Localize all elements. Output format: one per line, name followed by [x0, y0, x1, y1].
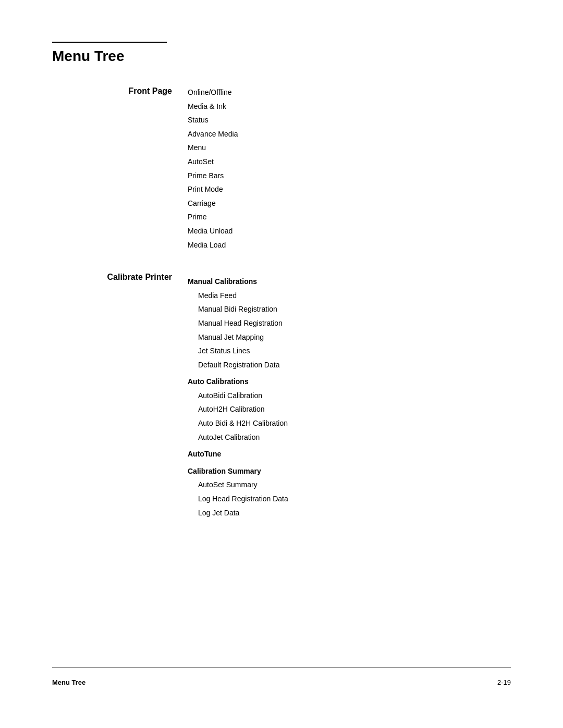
list-item: Status — [188, 113, 511, 127]
autotune-heading: AutoTune — [188, 447, 511, 461]
list-item: Jet Status Lines — [188, 344, 511, 358]
list-item: Manual Head Registration — [188, 316, 511, 330]
footer-left-text: Menu Tree — [52, 678, 85, 686]
manual-calibrations-heading: Manual Calibrations — [188, 275, 511, 289]
list-item: Default Registration Data — [188, 358, 511, 372]
list-item: Manual Jet Mapping — [188, 330, 511, 344]
page-container: Menu Tree Front Page Online/Offline Medi… — [0, 0, 563, 728]
list-item: Carriage — [188, 196, 511, 211]
front-page-section: Front Page Online/Offline Media & Ink St… — [52, 85, 511, 252]
list-item: Print Mode — [188, 182, 511, 196]
list-item: Menu — [188, 141, 511, 155]
front-page-items: Online/Offline Media & Ink Status Advanc… — [188, 85, 511, 252]
list-item: Media Load — [188, 238, 511, 252]
list-item: AutoSet Summary — [188, 478, 511, 492]
calibrate-printer-label: Calibrate Printer — [52, 272, 188, 520]
list-item: Media Unload — [188, 224, 511, 238]
list-item: Prime Bars — [188, 169, 511, 183]
list-item: Advance Media — [188, 127, 511, 141]
footer: Menu Tree 2-19 — [52, 668, 511, 686]
list-item: Auto Bidi & H2H Calibration — [188, 416, 511, 430]
list-item: AutoJet Calibration — [188, 430, 511, 445]
list-item: Media & Ink — [188, 100, 511, 114]
page-title: Menu Tree — [52, 48, 511, 65]
auto-calibrations-heading: Auto Calibrations — [188, 375, 511, 389]
list-item: Manual Bidi Registration — [188, 302, 511, 316]
calibrate-printer-section: Calibrate Printer Manual Calibrations Me… — [52, 272, 511, 520]
footer-right-text: 2-19 — [497, 678, 511, 686]
list-item: Prime — [188, 210, 511, 224]
calibrate-printer-items: Manual Calibrations Media Feed Manual Bi… — [188, 272, 511, 520]
list-item: Log Head Registration Data — [188, 492, 511, 506]
calibration-summary-heading: Calibration Summary — [188, 464, 511, 478]
list-item: AutoBidi Calibration — [188, 389, 511, 403]
list-item: Media Feed — [188, 289, 511, 303]
list-item: AutoSet — [188, 155, 511, 169]
content-area: Front Page Online/Offline Media & Ink St… — [52, 85, 511, 668]
top-rule — [52, 42, 167, 43]
list-item: Log Jet Data — [188, 506, 511, 520]
front-page-label: Front Page — [52, 85, 188, 252]
list-item: AutoH2H Calibration — [188, 402, 511, 416]
list-item: Online/Offline — [188, 85, 511, 100]
